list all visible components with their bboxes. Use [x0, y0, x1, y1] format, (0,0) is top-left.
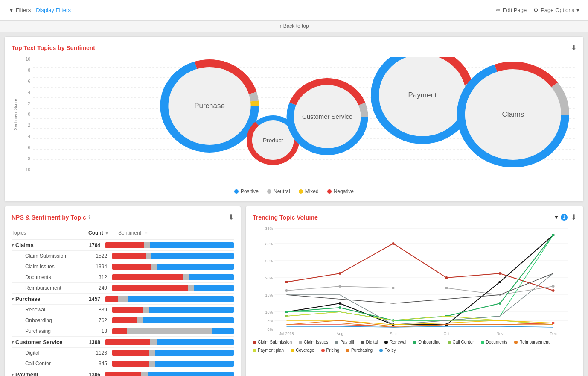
svg-text:20%: 20% [265, 276, 273, 280]
filter-icon: ▼ [9, 7, 14, 13]
chevron-icon[interactable]: ▾ [12, 340, 14, 344]
table-row: Claim Submission 1522 [12, 251, 234, 261]
svg-point-74 [499, 281, 501, 283]
y-ticks: 10 8 6 4 2 0 -2 -4 -6 -8 -10 [19, 57, 32, 172]
svg-text:Aug: Aug [336, 332, 343, 336]
trending-download-button[interactable]: ⬇ [571, 213, 576, 221]
svg-text:Product: Product [263, 137, 283, 144]
nps-title: NPS & Sentiment by Topic [12, 214, 86, 221]
sentiment-bar [105, 372, 234, 376]
topic-name: ▾ Claims [12, 242, 80, 248]
download-button[interactable]: ⬇ [571, 44, 576, 52]
table-row: Renewal 839 [12, 305, 234, 315]
bubble-chart-svg: Purchase Product Customer Service Paym [33, 57, 576, 170]
filter-count-badge: 1 [561, 214, 568, 221]
topic-name: ▾ Purchase [12, 296, 80, 302]
svg-point-59 [339, 272, 341, 275]
sentiment-bar [112, 307, 234, 313]
gear-icon: ⚙ [533, 7, 539, 13]
topic-name: Claim Issues [18, 264, 87, 270]
edit-page-button[interactable]: ✏ Edit Page [496, 7, 527, 13]
svg-text:5%: 5% [267, 319, 273, 323]
table-row: Claim Issues 1394 [12, 261, 234, 272]
top-bar-left: ▼ Filters Display Filters [9, 7, 71, 13]
topic-name: Call Center [18, 361, 87, 367]
legend-claim-issues: Claim Issues [299, 340, 328, 344]
svg-text:Nov: Nov [496, 332, 504, 336]
legend-pay-bill: Pay bill [335, 340, 354, 344]
legend-positive: Positive [234, 188, 259, 194]
chevron-down-icon: ▾ [576, 7, 579, 13]
svg-point-64 [285, 289, 288, 292]
svg-text:35%: 35% [265, 226, 273, 231]
topic-name: Reimbursement [18, 285, 87, 291]
topic-name: ▸ Payment [12, 371, 80, 376]
sentiment-bar [112, 274, 234, 280]
chevron-icon[interactable]: ▸ [12, 372, 14, 376]
topic-name: Digital [18, 350, 87, 356]
svg-point-65 [339, 285, 341, 288]
legend-payment-plan: Payment plan [253, 348, 284, 352]
topic-name: Documents [18, 274, 87, 280]
top-chart-card: Top Text Topics by Sentiment ⬇ Sentiment… [4, 36, 584, 202]
svg-text:15%: 15% [265, 293, 273, 297]
sentiment-filter-icon: ≡ [144, 230, 147, 236]
legend-digital: Digital [361, 340, 378, 344]
legend-policy: Policy [379, 348, 396, 352]
chevron-icon[interactable]: ▾ [12, 297, 14, 301]
top-bar-right: ✏ Edit Page ⚙ Page Options ▾ [496, 7, 579, 13]
trending-card: Trending Topic Volume ▼ 1 ⬇ 35% 30% 25% [245, 206, 584, 376]
svg-text:Dec: Dec [550, 332, 557, 336]
svg-text:Oct: Oct [443, 332, 450, 336]
svg-text:Customer Service: Customer Service [302, 113, 352, 120]
legend-negative: Negative [327, 188, 354, 194]
col-topics-header: Topics [12, 230, 88, 236]
legend-onboarding: Onboarding [413, 340, 440, 344]
svg-point-63 [552, 289, 555, 292]
sentiment-bar [112, 317, 234, 323]
legend-pricing: Pricing [321, 348, 340, 352]
nps-download-button[interactable]: ⬇ [228, 213, 234, 221]
filters-button[interactable]: ▼ Filters [9, 7, 31, 13]
svg-point-69 [552, 285, 555, 288]
svg-text:30%: 30% [265, 242, 273, 246]
chart-legend: Positive Neutral Mixed Negative [12, 188, 576, 194]
table-header: Topics Count ▾ Sentiment ≡ [12, 226, 234, 240]
nps-title-group: NPS & Sentiment by Topic ℹ [12, 214, 90, 221]
y-axis-label: Sentiment Score [13, 99, 18, 130]
svg-point-58 [285, 281, 288, 283]
table-row: ▸ Payment 1306 [12, 369, 234, 376]
filters-label: Filters [16, 7, 31, 13]
nps-card: NPS & Sentiment by Topic ℹ ⬇ Topics Coun… [4, 206, 241, 376]
top-bar: ▼ Filters Display Filters ✏ Edit Page ⚙ … [0, 0, 588, 21]
col-count-header[interactable]: Count ▾ [88, 230, 118, 236]
trending-filter-button[interactable]: ▼ 1 [553, 214, 568, 221]
legend-documents: Documents [481, 340, 508, 344]
svg-point-71 [339, 302, 341, 305]
table-row: ▾ Purchase 1457 [12, 294, 234, 305]
main-content: Top Text Topics by Sentiment ⬇ Sentiment… [0, 32, 588, 376]
legend-mixed: Mixed [299, 188, 319, 194]
sentiment-bar [112, 328, 234, 334]
trending-controls: ▼ 1 ⬇ [553, 213, 576, 221]
table-row: Onboarding 762 [12, 315, 234, 326]
chevron-icon[interactable]: ▾ [12, 243, 14, 247]
trending-chart-svg: 35% 30% 25% 20% 15% 10% 5% 0% Jul 2018 A… [253, 225, 576, 336]
svg-point-67 [445, 287, 448, 289]
page-options-button[interactable]: ⚙ Page Options ▾ [533, 7, 579, 13]
sentiment-bar [112, 264, 234, 270]
svg-text:10%: 10% [265, 310, 273, 314]
filter-funnel-icon: ▼ [553, 214, 559, 220]
svg-point-61 [445, 276, 448, 279]
trending-header: Trending Topic Volume ▼ 1 ⬇ [253, 213, 576, 221]
info-icon: ℹ [88, 214, 90, 220]
positive-dot [234, 189, 239, 194]
topic-name: Claim Submission [18, 253, 87, 259]
sentiment-bar [112, 285, 234, 291]
sentiment-bar [112, 361, 234, 367]
table-row: Reimbursement 249 [12, 283, 234, 294]
back-to-top-button[interactable]: ↑ Back to top [0, 21, 588, 32]
mixed-dot [299, 189, 303, 194]
svg-text:Sep: Sep [390, 332, 396, 336]
display-filters-button[interactable]: Display Filters [36, 7, 71, 13]
